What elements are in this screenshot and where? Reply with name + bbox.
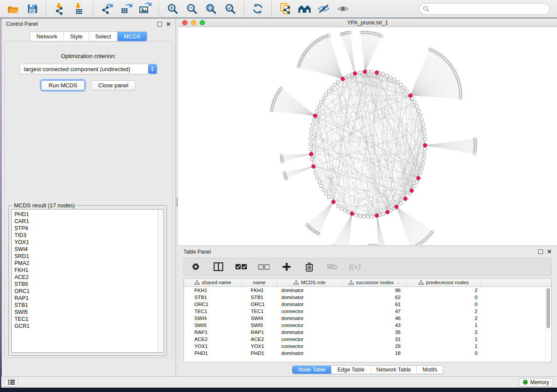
graph-hub-node[interactable]	[309, 152, 313, 156]
graph-node[interactable]	[349, 31, 351, 34]
graph-node[interactable]	[312, 118, 316, 122]
graph-node[interactable]	[330, 86, 334, 89]
graph-node[interactable]	[423, 148, 427, 151]
cell-MCDS-role[interactable]: connector	[277, 343, 343, 350]
cell-successor-nodes[interactable]: 18	[343, 350, 407, 357]
cell-predecessor-nodes[interactable]: 2	[407, 287, 481, 294]
graph-node[interactable]	[402, 86, 406, 89]
cell-name[interactable]: SWI5	[242, 322, 277, 329]
cell-successor-nodes[interactable]: 47	[343, 308, 407, 315]
mcds-result-item[interactable]: CAR1	[14, 218, 158, 225]
cell-successor-nodes[interactable]: 43	[343, 322, 407, 329]
graph-node[interactable]	[283, 171, 286, 174]
save-session-button[interactable]	[24, 1, 41, 16]
cell-shared-name[interactable]: ACE2	[184, 336, 242, 343]
cell-shared-name[interactable]: TEC1	[184, 308, 242, 315]
cell-shared-name[interactable]: YOX1	[184, 343, 242, 350]
graph-node[interactable]	[417, 109, 421, 113]
splitter-handle[interactable]	[176, 197, 178, 207]
cell-shared-name[interactable]: SWI5	[184, 322, 242, 329]
graph-node[interactable]	[309, 142, 312, 146]
network-canvas[interactable]	[178, 27, 557, 245]
close-panel-button-mcds[interactable]: Close panel	[91, 80, 136, 90]
graph-node[interactable]	[310, 127, 314, 131]
cell-name[interactable]: PHD1	[242, 350, 277, 357]
deselect-all-button[interactable]	[258, 261, 270, 272]
table-row[interactable]: RAP1RAP1dominator352	[184, 329, 551, 336]
graph-hub-node[interactable]	[341, 77, 345, 81]
graph-node[interactable]	[355, 213, 358, 217]
cell-predecessor-nodes[interactable]: 0	[407, 301, 481, 308]
graph-node[interactable]	[347, 211, 350, 214]
delete-column-trash-button[interactable]	[304, 261, 315, 272]
graph-node[interactable]	[396, 80, 399, 84]
graph-hub-node[interactable]	[423, 144, 427, 148]
graph-node[interactable]	[317, 180, 321, 183]
table-scrollbar-thumb[interactable]	[547, 288, 550, 328]
graph-node[interactable]	[309, 133, 313, 136]
graph-node[interactable]	[322, 188, 325, 192]
graph-node[interactable]	[399, 202, 403, 205]
tab-node-table[interactable]: Node Table	[292, 366, 331, 374]
float-panel-button[interactable]	[157, 22, 162, 27]
import-table-button[interactable]	[70, 1, 88, 16]
graph-node[interactable]	[306, 224, 308, 226]
graph-node[interactable]	[309, 138, 313, 141]
run-mcds-button[interactable]: Run MCDS	[41, 80, 85, 90]
cell-successor-nodes[interactable]: 31	[343, 336, 407, 343]
graph-node[interactable]	[421, 162, 425, 165]
graph-node[interactable]	[315, 109, 319, 113]
table-row[interactable]: SWI5SWI5connector431	[184, 322, 551, 329]
graph-hub-node[interactable]	[313, 114, 317, 118]
mcds-result-item[interactable]: SWI5	[14, 309, 158, 316]
graph-node[interactable]	[319, 184, 323, 188]
graph-node[interactable]	[459, 97, 462, 100]
cell-predecessor-nodes[interactable]: 1	[407, 343, 481, 350]
cell-successor-nodes[interactable]: 35	[343, 329, 407, 336]
graph-hub-node[interactable]	[408, 94, 412, 98]
graph-node[interactable]	[419, 171, 422, 175]
graph-node[interactable]	[423, 138, 427, 141]
mcds-result-item[interactable]: FKH1	[14, 267, 158, 274]
graph-node[interactable]	[358, 214, 362, 218]
mcds-result-item[interactable]: GCR1	[14, 323, 158, 330]
cell-name[interactable]: ORC1	[242, 301, 277, 308]
cell-predecessor-nodes[interactable]: 2	[407, 308, 481, 315]
cell-name[interactable]: SWI4	[242, 315, 277, 322]
cell-predecessor-nodes[interactable]: 2	[407, 329, 481, 336]
cell-name[interactable]: TEC1	[242, 308, 277, 315]
new-network-from-selection-button[interactable]	[277, 1, 294, 16]
cell-predecessor-nodes[interactable]: 0	[407, 294, 481, 301]
graph-node[interactable]	[322, 96, 325, 100]
graph-node[interactable]	[347, 74, 350, 78]
graph-hub-node[interactable]	[416, 176, 420, 180]
graph-node[interactable]	[413, 184, 416, 188]
tab-select[interactable]: Select	[89, 32, 117, 41]
graph-node[interactable]	[420, 118, 424, 122]
graph-node[interactable]	[362, 215, 366, 218]
first-neighbors-button[interactable]	[296, 1, 313, 16]
graph-node[interactable]	[380, 35, 383, 38]
zoom-selected-button[interactable]	[221, 1, 239, 16]
table-options-gear-button[interactable]	[190, 261, 201, 272]
graph-node[interactable]	[319, 100, 323, 104]
graph-node[interactable]	[336, 204, 340, 208]
export-network-button[interactable]	[98, 1, 115, 16]
graph-node[interactable]	[315, 176, 319, 179]
cell-MCDS-role[interactable]: dominator	[277, 287, 343, 294]
cell-shared-name[interactable]: SWI4	[184, 315, 242, 322]
mcds-result-item[interactable]: SRD1	[14, 253, 158, 260]
mcds-list-scrollbar[interactable]	[158, 210, 163, 352]
graph-hub-node[interactable]	[375, 71, 379, 75]
cell-MCDS-role[interactable]: connector	[277, 322, 343, 329]
cell-name[interactable]: STB1	[242, 294, 277, 301]
import-network-button[interactable]	[51, 1, 69, 16]
graph-node[interactable]	[343, 209, 347, 212]
mcds-result-item[interactable]: TEC1	[14, 316, 158, 323]
graph-node[interactable]	[324, 192, 328, 196]
mcds-result-item[interactable]: STB5	[14, 281, 158, 288]
graph-node[interactable]	[324, 93, 328, 96]
mcds-result-item[interactable]: ORC1	[14, 288, 158, 295]
graph-node[interactable]	[314, 171, 317, 175]
cell-MCDS-role[interactable]: dominator	[277, 329, 343, 336]
